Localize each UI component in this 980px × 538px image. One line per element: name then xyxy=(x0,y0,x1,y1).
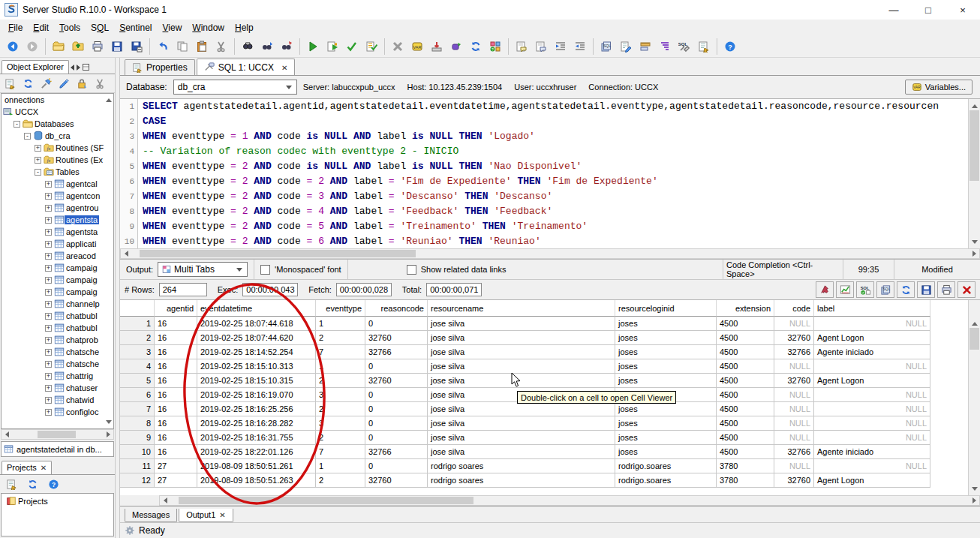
grid-cell[interactable]: 2019-02-25 18:07:44.620 xyxy=(197,331,316,345)
tree-item-chatprob[interactable]: +chatprob xyxy=(2,334,113,346)
grid-cell[interactable]: 1 xyxy=(316,459,365,473)
grid-cell[interactable]: 3 xyxy=(316,416,365,431)
grid-cell[interactable]: 7 xyxy=(316,345,365,359)
grid-cell[interactable]: 2019-08-09 18:50:51.261 xyxy=(197,459,316,473)
edit-button[interactable] xyxy=(56,75,72,92)
tree-item-databases[interactable]: -Databases xyxy=(2,118,113,130)
grid-cell[interactable]: 1 xyxy=(316,317,365,331)
menu-file[interactable]: File xyxy=(3,21,28,35)
col-header-eventtype[interactable]: eventtype xyxy=(316,300,365,317)
expand-icon[interactable]: + xyxy=(45,313,52,320)
expand-icon[interactable]: + xyxy=(45,265,52,272)
tree-item-channelp[interactable]: +channelp xyxy=(2,298,113,310)
grid-cell[interactable]: NULL xyxy=(814,317,930,331)
validate-script-button[interactable] xyxy=(362,37,381,56)
grid-cell[interactable]: 27 xyxy=(155,473,197,488)
grid-cell[interactable]: Agent Logon xyxy=(814,374,930,388)
sql-line[interactable]: 6WHEN eventtype = 2 AND code = 2 AND lab… xyxy=(120,174,968,189)
print-button[interactable] xyxy=(937,281,955,298)
grid-cell[interactable]: joses xyxy=(615,359,717,374)
related-links-checkbox[interactable] xyxy=(407,265,416,275)
help-button[interactable]: ? xyxy=(44,474,63,494)
run-script-button[interactable] xyxy=(323,37,342,56)
tab-messages[interactable]: Messages xyxy=(125,509,177,522)
tree-item-chatsche[interactable]: +chatsche xyxy=(2,358,113,370)
grid-cell[interactable]: 2019-02-25 18:16:31.755 xyxy=(197,431,316,445)
tree-item-chatsche[interactable]: +chatsche xyxy=(2,346,113,358)
grid-cell[interactable]: jose silva xyxy=(428,317,615,331)
col-header-resourceloginid[interactable]: resourceloginid xyxy=(615,300,717,317)
grid-cell[interactable]: 32760 xyxy=(774,331,814,345)
expand-icon[interactable]: + xyxy=(45,193,52,200)
help-button[interactable]: ? xyxy=(720,37,740,56)
row-number[interactable]: 10 xyxy=(120,445,155,459)
grid-cell[interactable]: 16 xyxy=(155,402,197,416)
expand-icon[interactable]: + xyxy=(45,277,52,284)
editor-vscroll-up-icon[interactable] xyxy=(969,99,980,110)
editor-hscroll-thumb[interactable] xyxy=(140,250,416,257)
grid-cell[interactable]: joses xyxy=(615,402,717,416)
find-button[interactable] xyxy=(238,37,257,56)
sql-pages-button[interactable]: SQL xyxy=(876,281,894,298)
grid-cell[interactable]: 2 xyxy=(316,402,365,416)
grid-cell[interactable]: 4500 xyxy=(717,431,774,445)
grid-cell[interactable]: 2019-02-25 18:22:01.126 xyxy=(197,445,316,459)
grid-cell[interactable]: 2019-02-25 18:15:10.313 xyxy=(197,359,316,374)
collapse-icon[interactable]: - xyxy=(24,133,31,140)
projects-root-item[interactable]: Projects xyxy=(2,495,113,507)
grid-cell[interactable]: 27 xyxy=(155,459,197,473)
sort-button[interactable] xyxy=(655,37,675,56)
editor-hscrollbar[interactable] xyxy=(120,248,980,259)
tree-hscroll-right-icon[interactable] xyxy=(103,430,113,439)
tab-sql-1-uccx[interactable]: SQL 1: UCCX✕ xyxy=(197,59,296,75)
grid-cell[interactable]: 0 xyxy=(365,402,428,416)
tree-item-chattrig[interactable]: +chattrig xyxy=(2,370,113,382)
sql-line[interactable]: 7WHEN eventtype = 2 AND code = 3 AND lab… xyxy=(120,189,968,204)
editor-vscroll-down-icon[interactable] xyxy=(969,238,980,248)
grid-cell[interactable]: jose silva xyxy=(428,402,615,416)
tree-item-agentcal[interactable]: +agentcal xyxy=(2,178,113,190)
output-mode-dropdown[interactable]: Multi Tabs xyxy=(158,262,248,277)
grid-cell[interactable]: NULL xyxy=(774,402,814,416)
grid-cell[interactable]: rodrigo.soares xyxy=(615,459,717,473)
collapse-icon[interactable]: - xyxy=(35,169,41,176)
col-header-reasoncode[interactable]: reasoncode xyxy=(365,300,428,317)
grid-cell[interactable]: NULL xyxy=(774,317,814,331)
refresh-button[interactable] xyxy=(23,474,42,494)
grid-cell[interactable]: 16 xyxy=(155,345,197,359)
properties-button[interactable] xyxy=(2,75,18,92)
grid-cell[interactable]: 0 xyxy=(365,459,428,473)
grid-cell[interactable]: 16 xyxy=(155,331,197,345)
print-button[interactable] xyxy=(88,37,107,56)
grid-cell[interactable]: rodrigo.soares xyxy=(615,473,717,488)
tree-scroll-down-icon[interactable] xyxy=(106,420,112,427)
grid-cell[interactable]: 2019-02-25 18:16:28.282 xyxy=(197,416,316,431)
tree-hscroll-thumb[interactable] xyxy=(38,431,76,438)
expand-icon[interactable]: + xyxy=(45,337,52,344)
grid-cell[interactable]: rodrigo soares xyxy=(428,459,615,473)
grid-cell[interactable]: NULL xyxy=(814,431,930,445)
open-folder-button[interactable] xyxy=(49,37,68,56)
expand-icon[interactable]: + xyxy=(45,217,52,224)
paste-button[interactable] xyxy=(192,37,212,56)
grid-cell[interactable]: 0 xyxy=(365,359,428,374)
grid-cell[interactable]: joses xyxy=(615,445,717,459)
connect-button[interactable] xyxy=(38,75,54,92)
grid-cell[interactable]: 32766 xyxy=(365,345,428,359)
tab-projects[interactable]: Projects✕ xyxy=(2,461,52,474)
tab-object-explorer[interactable]: Object Explorer xyxy=(2,60,69,74)
grid-cell[interactable]: joses xyxy=(615,345,717,359)
tree-item-campaig[interactable]: +campaig xyxy=(2,286,113,298)
tree-item-routines-sf[interactable]: +fxRoutines (SF xyxy=(2,142,113,154)
grid-cell[interactable]: 2019-02-25 18:14:52.254 xyxy=(197,345,316,359)
grid-cell[interactable]: jose silva xyxy=(428,431,615,445)
expand-icon[interactable]: + xyxy=(45,289,52,296)
grid-cell[interactable]: 4500 xyxy=(717,402,774,416)
grid-cell[interactable]: joses xyxy=(615,374,717,388)
grid-cell[interactable]: 1 xyxy=(316,359,365,374)
grid-cell[interactable]: 4500 xyxy=(717,331,774,345)
sql-line[interactable]: 1SELECT agentstatedetail.agentid,agentst… xyxy=(120,99,968,114)
grid-cell[interactable]: 32766 xyxy=(365,445,428,459)
col-header-resourcename[interactable]: resourcename xyxy=(428,300,615,317)
grid-cell[interactable]: 16 xyxy=(155,359,197,374)
